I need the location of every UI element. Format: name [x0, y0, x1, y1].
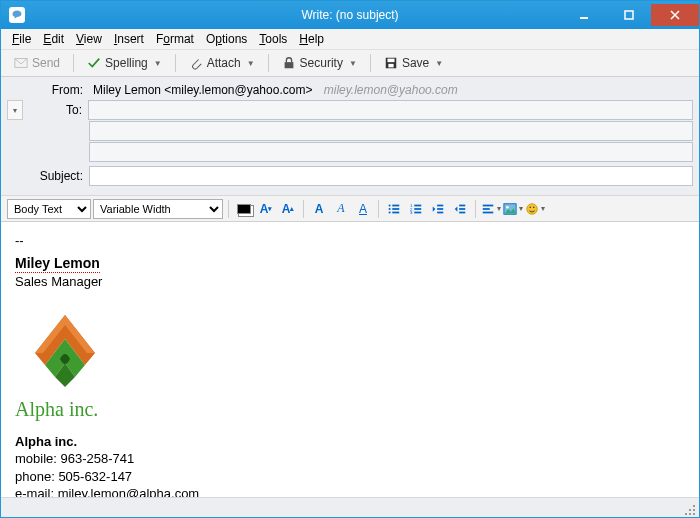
svg-point-30 — [527, 203, 538, 214]
menu-edit[interactable]: Edit — [38, 30, 69, 48]
signature-title: Sales Manager — [15, 273, 685, 291]
to-input-extra[interactable] — [89, 121, 693, 141]
separator — [370, 54, 371, 72]
color-swatch-icon — [237, 204, 251, 214]
separator — [228, 200, 229, 218]
send-icon — [14, 56, 28, 70]
svg-rect-23 — [459, 208, 465, 210]
menu-tools[interactable]: Tools — [254, 30, 292, 48]
mobile-label: mobile: — [15, 451, 61, 466]
status-bar — [1, 497, 699, 517]
message-headers: From: Miley Lemon <miley.lemon@yahoo.com… — [1, 77, 699, 196]
menu-help[interactable]: Help — [294, 30, 329, 48]
menu-options[interactable]: Options — [201, 30, 252, 48]
save-icon — [384, 56, 398, 70]
save-label: Save — [402, 56, 429, 70]
from-value[interactable]: Miley Lemon <miley.lemon@yahoo.com> mile… — [89, 81, 693, 99]
insert-image-button[interactable]: ▾ — [503, 199, 523, 219]
send-label: Send — [32, 56, 60, 70]
mobile-value: 963-258-741 — [61, 451, 135, 466]
from-label: From: — [7, 83, 89, 97]
svg-point-9 — [389, 207, 391, 209]
send-button[interactable]: Send — [7, 53, 67, 73]
paperclip-icon — [189, 56, 203, 70]
svg-rect-12 — [392, 211, 399, 213]
svg-rect-20 — [437, 208, 443, 210]
message-body[interactable]: -- Miley Lemon Sales Manager Alpha inc. … — [1, 222, 699, 513]
insert-emoji-button[interactable]: ▾ — [525, 199, 545, 219]
attach-label: Attach — [207, 56, 241, 70]
svg-rect-25 — [483, 204, 494, 206]
separator — [303, 200, 304, 218]
svg-point-29 — [506, 205, 509, 208]
menu-view[interactable]: View — [71, 30, 107, 48]
font-select[interactable]: Variable Width — [93, 199, 223, 219]
separator — [175, 54, 176, 72]
signature-company: Alpha inc. — [15, 434, 77, 449]
separator — [475, 200, 476, 218]
dropdown-icon: ▼ — [349, 59, 357, 68]
title-bar: Write: (no subject) — [1, 1, 699, 29]
svg-rect-24 — [459, 211, 465, 213]
svg-rect-18 — [414, 211, 421, 213]
lock-icon — [282, 56, 296, 70]
window-title: Write: (no subject) — [1, 8, 699, 22]
svg-rect-26 — [483, 208, 490, 210]
save-button[interactable]: Save ▼ — [377, 53, 450, 73]
to-input[interactable] — [88, 100, 693, 120]
italic-button[interactable]: A — [331, 199, 351, 219]
dropdown-icon: ▼ — [154, 59, 162, 68]
format-toolbar: Body Text Variable Width A▾ A▴ A A A 123… — [1, 196, 699, 222]
menu-file[interactable]: File — [7, 30, 36, 48]
svg-rect-27 — [483, 211, 494, 213]
subject-input[interactable] — [89, 166, 693, 186]
security-button[interactable]: Security ▼ — [275, 53, 364, 73]
phone-value: 505-632-147 — [58, 469, 132, 484]
svg-rect-5 — [387, 59, 394, 63]
bullet-list-button[interactable] — [384, 199, 404, 219]
dropdown-icon: ▾ — [497, 204, 501, 213]
font-size-increase-button[interactable]: A▴ — [278, 199, 298, 219]
svg-rect-6 — [388, 64, 393, 68]
attach-button[interactable]: Attach ▼ — [182, 53, 262, 73]
resize-grip[interactable] — [683, 503, 695, 515]
indent-button[interactable] — [450, 199, 470, 219]
svg-point-11 — [389, 211, 391, 213]
spelling-label: Spelling — [105, 56, 148, 70]
outdent-button[interactable] — [428, 199, 448, 219]
signature-company-logo-text: Alpha inc. — [15, 396, 685, 423]
number-list-button[interactable]: 123 — [406, 199, 426, 219]
dropdown-icon: ▼ — [247, 59, 255, 68]
svg-rect-22 — [459, 204, 465, 206]
from-main: Miley Lemon <miley.lemon@yahoo.com> — [93, 83, 312, 97]
check-icon — [87, 56, 101, 70]
svg-point-31 — [529, 206, 531, 208]
align-button[interactable]: ▾ — [481, 199, 501, 219]
svg-point-32 — [533, 206, 535, 208]
svg-rect-3 — [284, 62, 293, 68]
svg-rect-14 — [414, 204, 421, 206]
menu-insert[interactable]: Insert — [109, 30, 149, 48]
svg-rect-21 — [437, 211, 443, 213]
underline-button[interactable]: A — [353, 199, 373, 219]
spelling-button[interactable]: Spelling ▼ — [80, 53, 169, 73]
paragraph-select[interactable]: Body Text — [7, 199, 91, 219]
menu-format[interactable]: Format — [151, 30, 199, 48]
dropdown-icon: ▼ — [435, 59, 443, 68]
svg-text:3: 3 — [410, 210, 413, 215]
font-size-decrease-button[interactable]: A▾ — [256, 199, 276, 219]
signature-info: Alpha inc. mobile: 963-258-741 phone: 50… — [15, 433, 685, 503]
to-input-extra[interactable] — [89, 142, 693, 162]
text-color-button[interactable] — [234, 199, 254, 219]
from-extra: miley.lemon@yahoo.com — [324, 83, 458, 97]
recipient-type-button[interactable]: ▾ — [7, 100, 23, 120]
svg-rect-16 — [414, 208, 421, 210]
subject-label: Subject: — [7, 169, 89, 183]
separator — [73, 54, 74, 72]
signature-name: Miley Lemon — [15, 254, 100, 274]
svg-rect-19 — [437, 204, 443, 206]
separator — [268, 54, 269, 72]
signature-logo: Alpha inc. — [15, 309, 685, 423]
bold-button[interactable]: A — [309, 199, 329, 219]
dropdown-icon: ▾ — [541, 204, 545, 213]
